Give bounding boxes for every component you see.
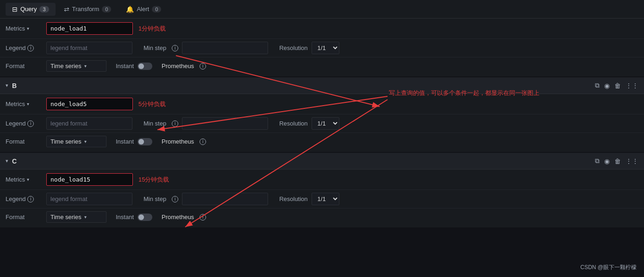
- resolution-select-c[interactable]: 1/1 1/2 1/4: [312, 193, 339, 205]
- resolution-label-b: Resolution: [279, 120, 307, 127]
- copy-icon-c[interactable]: ⧉: [595, 157, 600, 165]
- resolution-select-a[interactable]: 1/1 1/2 1/4: [312, 42, 339, 54]
- metrics-dropdown-icon-b[interactable]: ▾: [27, 101, 29, 107]
- tab-bar: ⊟ Query 3 ⇄ Transform 0 🔔 Alert 0: [0, 0, 644, 19]
- format-select-text-a: Time series: [50, 63, 81, 69]
- minstep-info-icon-c[interactable]: i: [172, 196, 178, 202]
- collapse-icon-c[interactable]: ▾: [6, 158, 8, 164]
- legend-label-c: Legend i: [6, 195, 43, 202]
- tab-transform[interactable]: ⇄ Transform 0: [57, 3, 118, 16]
- section-c-header: ▾ C ⧉ ◉ 🗑 ⋮⋮: [0, 153, 644, 170]
- annotation-b: 5分钟负载: [138, 100, 166, 108]
- metrics-input-a[interactable]: [46, 22, 133, 35]
- tab-alert[interactable]: 🔔 Alert 0: [119, 3, 168, 16]
- format-label-b: Format: [6, 138, 43, 145]
- format-select-text-c: Time series: [50, 214, 81, 220]
- metrics-label-a: Metrics ▾: [6, 25, 43, 32]
- format-dropdown-icon-a: ▾: [84, 63, 87, 69]
- section-b: ▾ B ⧉ ◉ 🗑 ⋮⋮ Metrics ▾ 5分钟负载 Legend i: [0, 77, 644, 153]
- prometheus-info-icon-b[interactable]: i: [200, 138, 206, 145]
- legend-info-icon-c[interactable]: i: [27, 196, 34, 202]
- legend-row-c: Legend i Min step i Resolution 1/1 1/2 1…: [0, 190, 644, 208]
- tab-alert-label: Alert: [137, 6, 149, 13]
- instant-label-a: Instant: [116, 63, 134, 69]
- instant-toggle-c[interactable]: [138, 214, 152, 221]
- format-dropdown-icon-c: ▾: [84, 214, 87, 220]
- metrics-row-c: Metrics ▾ 15分钟负载: [0, 170, 644, 190]
- tab-query-label: Query: [20, 6, 37, 13]
- minstep-label-a: Min step: [144, 44, 166, 51]
- metrics-input-b[interactable]: [46, 98, 133, 110]
- section-letter-b: B: [12, 82, 17, 89]
- section-actions-c: ⧉ ◉ 🗑 ⋮⋮: [595, 157, 638, 165]
- metrics-row-b: Metrics ▾ 5分钟负载: [0, 94, 644, 114]
- prometheus-info-icon-c[interactable]: i: [200, 214, 206, 220]
- instant-label-b: Instant: [116, 138, 134, 145]
- eye-icon-b[interactable]: ◉: [604, 82, 610, 89]
- format-select-b[interactable]: Time series ▾: [46, 136, 106, 147]
- legend-info-icon-b[interactable]: i: [27, 120, 34, 127]
- metrics-dropdown-icon-c[interactable]: ▾: [27, 177, 29, 182]
- instant-toggle-knob-a: [138, 63, 144, 69]
- format-dropdown-icon-b: ▾: [84, 139, 87, 144]
- section-c: ▾ C ⧉ ◉ 🗑 ⋮⋮ Metrics ▾ 15分钟负载 Legend i: [0, 153, 644, 227]
- legend-input-b[interactable]: [46, 117, 132, 130]
- resolution-label-c: Resolution: [279, 195, 307, 202]
- section-b-header: ▾ B ⧉ ◉ 🗑 ⋮⋮: [0, 77, 644, 94]
- instant-toggle-knob-b: [138, 139, 144, 145]
- legend-row-a: Legend i Min step i Resolution 1/1 1/2 1…: [0, 39, 644, 57]
- drag-icon-c[interactable]: ⋮⋮: [625, 157, 638, 165]
- legend-input-c[interactable]: [46, 193, 132, 205]
- format-select-c[interactable]: Time series ▾: [46, 211, 106, 223]
- minstep-label-c: Min step: [144, 195, 166, 202]
- format-row-b: Format Time series ▾ Instant Prometheus …: [0, 133, 644, 152]
- eye-icon-c[interactable]: ◉: [604, 157, 610, 165]
- resolution-select-b[interactable]: 1/1 1/2 1/4: [312, 117, 339, 130]
- legend-row-b: Legend i Min step i Resolution 1/1 1/2 1…: [0, 114, 644, 133]
- metrics-label-b: Metrics ▾: [6, 101, 43, 107]
- annotation-c: 15分钟负载: [138, 176, 169, 184]
- watermark: CSDN @眼下一颗柠檬: [580, 264, 637, 271]
- delete-icon-c[interactable]: 🗑: [614, 157, 621, 165]
- resolution-label-a: Resolution: [279, 44, 307, 51]
- query-icon: ⊟: [12, 6, 18, 13]
- minstep-input-a[interactable]: [182, 42, 268, 54]
- minstep-input-b[interactable]: [182, 117, 268, 130]
- format-label-c: Format: [6, 214, 43, 220]
- collapse-icon-b[interactable]: ▾: [6, 82, 8, 88]
- legend-label-b: Legend i: [6, 120, 43, 127]
- copy-icon-b[interactable]: ⧉: [595, 82, 600, 89]
- format-select-a[interactable]: Time series ▾: [46, 60, 106, 72]
- drag-icon-b[interactable]: ⋮⋮: [625, 82, 638, 89]
- tab-transform-label: Transform: [72, 6, 100, 13]
- format-row-c: Format Time series ▾ Instant Prometheus …: [0, 208, 644, 227]
- delete-icon-b[interactable]: 🗑: [614, 82, 621, 89]
- legend-label-a: Legend i: [6, 44, 43, 51]
- metrics-label-c: Metrics ▾: [6, 176, 43, 183]
- tab-query[interactable]: ⊟ Query 3: [6, 3, 56, 16]
- metrics-dropdown-icon-a[interactable]: ▾: [27, 26, 29, 31]
- tab-alert-badge: 0: [152, 6, 161, 13]
- instant-toggle-knob-c: [138, 214, 144, 220]
- tab-query-badge: 3: [39, 6, 49, 13]
- legend-info-icon-a[interactable]: i: [27, 45, 34, 51]
- legend-input-a[interactable]: [46, 42, 132, 54]
- prometheus-label-c: Prometheus: [162, 214, 194, 220]
- minstep-info-icon-a[interactable]: i: [172, 45, 178, 51]
- minstep-input-c[interactable]: [182, 193, 268, 205]
- prometheus-info-icon-a[interactable]: i: [200, 63, 206, 69]
- instant-label-c: Instant: [116, 214, 134, 220]
- section-a: Metrics ▾ 1分钟负载 Legend i Min step i Reso…: [0, 19, 644, 77]
- alert-icon: 🔔: [126, 6, 134, 13]
- transform-icon: ⇄: [64, 6, 69, 13]
- instant-toggle-a[interactable]: [138, 63, 152, 70]
- format-row-a: Format Time series ▾ Instant Prometheus …: [0, 57, 644, 76]
- minstep-info-icon-b[interactable]: i: [172, 120, 178, 127]
- format-label-a: Format: [6, 63, 43, 69]
- minstep-label-b: Min step: [144, 120, 166, 127]
- instant-toggle-b[interactable]: [138, 138, 152, 145]
- metrics-input-c[interactable]: [46, 173, 133, 186]
- format-select-text-b: Time series: [50, 138, 81, 145]
- section-letter-c: C: [12, 157, 17, 165]
- prometheus-label-b: Prometheus: [162, 138, 194, 145]
